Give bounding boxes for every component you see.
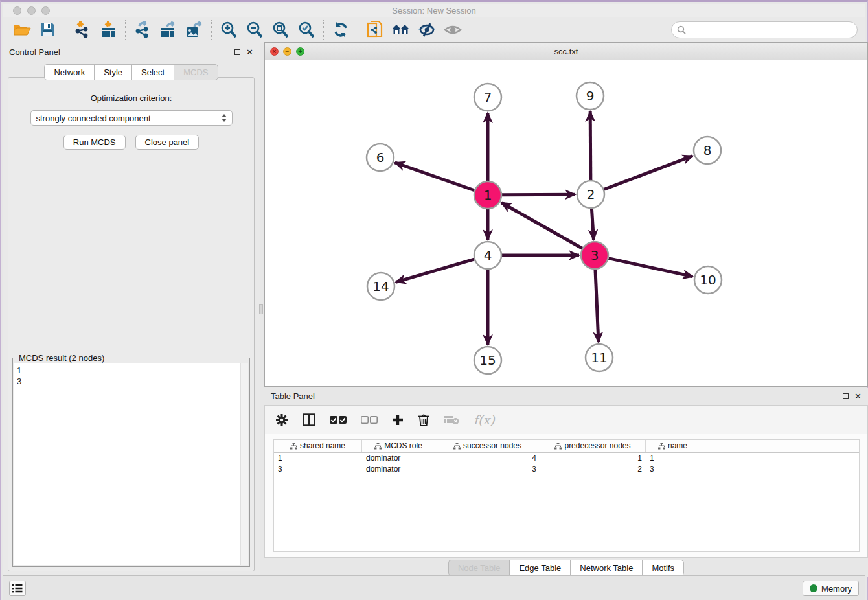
delete-table-icon[interactable] [444, 415, 459, 425]
optimization-criterion-select[interactable]: strongly connected component [30, 110, 233, 126]
zoom-in-button[interactable] [218, 19, 240, 40]
save-icon [40, 22, 56, 38]
close-table-panel-icon[interactable]: ✕ [854, 393, 862, 399]
graph-edge-1-6[interactable] [395, 163, 475, 190]
list-icon [12, 584, 23, 593]
table-cell[interactable]: 3 [435, 464, 540, 475]
tab-select[interactable]: Select [131, 64, 174, 80]
network-view-window: × − + scc.txt 7968124314101511 [264, 42, 868, 387]
hierarchy-icon [453, 443, 461, 450]
network-close-icon[interactable]: × [270, 47, 279, 56]
zoom-out-button[interactable] [244, 19, 266, 40]
column-header-successor-nodes[interactable]: successor nodes [435, 440, 540, 452]
table-row[interactable]: 3dominator323 [274, 464, 859, 475]
hierarchy-icon [554, 443, 562, 450]
search-icon [677, 25, 686, 34]
network-minimize-icon[interactable]: − [283, 47, 291, 56]
graph-edge-4-14[interactable] [396, 259, 474, 282]
tab-motifs[interactable]: Motifs [642, 560, 684, 576]
graph-edge-2-8[interactable] [604, 156, 693, 189]
graph-edge-1-2[interactable] [502, 194, 575, 195]
float-table-panel-icon[interactable] [843, 393, 849, 399]
table-cell[interactable]: 1 [274, 453, 362, 464]
vertical-splitter-grip[interactable] [259, 304, 263, 314]
import-network-button[interactable] [71, 19, 93, 40]
table-tabs: Node Table Edge Table Network Table Moti… [264, 559, 868, 576]
table-cell[interactable]: dominator [362, 453, 435, 464]
export-network-icon [134, 21, 151, 39]
refresh-icon [332, 21, 349, 38]
column-header-name[interactable]: name [646, 440, 700, 452]
network-graph[interactable]: 7968124314101511 [265, 61, 868, 387]
import-network-icon [74, 21, 91, 39]
table-cell[interactable]: 1 [646, 453, 700, 464]
add-column-icon[interactable] [392, 414, 404, 426]
hierarchy-icon [374, 443, 382, 450]
tab-node-table[interactable]: Node Table [448, 560, 510, 576]
table-cell[interactable]: 3 [646, 464, 700, 475]
tab-edge-table[interactable]: Edge Table [509, 560, 570, 576]
control-panel-tabs: Network Style Select MCDS [3, 64, 260, 80]
apply-layout-button[interactable] [330, 19, 352, 40]
tab-mcds[interactable]: MCDS [174, 64, 218, 80]
zoom-in-icon [220, 21, 237, 38]
show-column-panel-icon[interactable] [303, 413, 315, 426]
table-cell[interactable]: 3 [274, 464, 362, 475]
export-image-button[interactable] [183, 19, 205, 40]
table-row[interactable]: 1dominator411 [274, 453, 859, 464]
show-all-button[interactable] [442, 19, 464, 40]
optimization-criterion-value: strongly connected component [36, 113, 151, 123]
houses-icon [391, 22, 411, 38]
graph-edge-3-1[interactable] [501, 203, 582, 248]
column-header-predecessor-nodes[interactable]: predecessor nodes [540, 440, 646, 452]
close-panel-icon[interactable]: ✕ [246, 49, 253, 55]
memory-button[interactable]: Memory [803, 581, 859, 596]
tab-network-table[interactable]: Network Table [570, 560, 642, 576]
task-history-button[interactable] [9, 581, 26, 596]
first-neighbors-button[interactable] [390, 19, 412, 40]
graph-node-label-4: 4 [484, 248, 492, 263]
run-mcds-button[interactable]: Run MCDS [63, 135, 126, 150]
table-cell[interactable]: 2 [540, 464, 646, 475]
deselect-all-icon[interactable] [361, 415, 378, 424]
tab-network[interactable]: Network [44, 64, 94, 80]
search-field[interactable] [671, 21, 858, 38]
hide-selected-button[interactable] [416, 19, 438, 40]
mcds-result-group: MCDS result (2 nodes) 1 3 [12, 358, 250, 567]
graph-edge-2-9[interactable] [590, 111, 591, 180]
open-session-button[interactable] [11, 19, 33, 40]
close-panel-button[interactable]: Close panel [135, 135, 200, 150]
mcds-result-text[interactable]: 1 3 [14, 363, 248, 565]
column-header-shared-name[interactable]: shared name [274, 440, 362, 452]
result-scrollbar[interactable] [240, 363, 248, 565]
delete-column-icon[interactable] [418, 413, 429, 426]
graph-edge-3-10[interactable] [608, 259, 692, 277]
table-cell[interactable]: dominator [362, 464, 435, 475]
table-cell[interactable]: 1 [540, 453, 646, 464]
network-canvas[interactable]: 7968124314101511 [265, 61, 867, 386]
zoom-selected-button[interactable] [295, 19, 317, 40]
function-builder-icon[interactable]: f(x) [474, 413, 495, 427]
graph-edge-2-3[interactable] [591, 209, 593, 240]
zoom-out-icon [246, 21, 263, 38]
window-title: Session: New Session [3, 6, 865, 16]
graph-edge-3-11[interactable] [595, 270, 599, 342]
zoom-fit-button[interactable] [269, 19, 291, 40]
save-session-button[interactable] [37, 19, 59, 40]
select-all-icon[interactable] [330, 415, 347, 424]
search-input[interactable] [689, 25, 857, 35]
duplicate-network-button[interactable] [364, 19, 386, 40]
table-settings-gear-icon[interactable] [275, 413, 288, 426]
control-panel: Control Panel ✕ Network Style Select MCD… [3, 43, 260, 575]
tab-style[interactable]: Style [94, 64, 131, 80]
table-header-row: shared nameMCDS rolesuccessor nodesprede… [274, 440, 859, 453]
float-panel-icon[interactable] [234, 49, 240, 55]
network-maximize-icon[interactable]: + [296, 47, 304, 56]
export-network-button[interactable] [131, 19, 154, 40]
column-header-MCDS-role[interactable]: MCDS role [362, 440, 435, 452]
export-table-button[interactable] [157, 19, 179, 40]
table-panel-title: Table Panel [271, 391, 315, 401]
table-cell[interactable]: 4 [435, 453, 540, 464]
toolbar-separator [125, 20, 126, 40]
import-table-button[interactable] [97, 19, 119, 40]
